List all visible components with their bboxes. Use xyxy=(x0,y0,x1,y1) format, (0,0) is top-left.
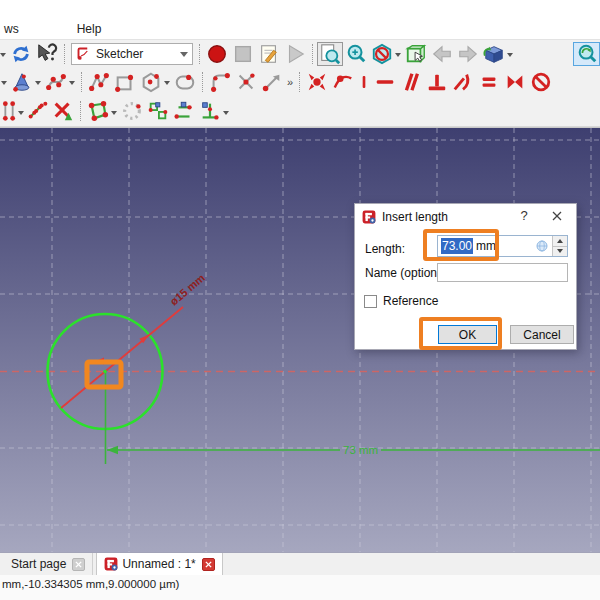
trim-tool-icon[interactable] xyxy=(233,70,259,94)
menu-windows-partial[interactable]: ws xyxy=(0,20,27,38)
menu-help[interactable]: Help xyxy=(69,20,110,38)
constraint-parallel-icon[interactable] xyxy=(398,70,424,94)
constraint-vertical-icon[interactable] xyxy=(356,70,372,94)
ok-button[interactable]: OK xyxy=(438,325,497,344)
name-input[interactable] xyxy=(437,263,568,282)
move-dropdown-icon[interactable] xyxy=(223,111,229,118)
dialog-close-button[interactable] xyxy=(548,208,566,224)
freecad-icon xyxy=(362,210,376,224)
conics-dropdown-icon[interactable] xyxy=(35,81,41,88)
spin-down-icon[interactable] xyxy=(553,246,567,257)
polygon-dropdown-icon[interactable] xyxy=(164,81,170,88)
bspline-icon[interactable] xyxy=(43,70,69,94)
toolbar-separator xyxy=(199,44,200,64)
view-dropdown-icon[interactable] xyxy=(507,53,513,60)
insert-length-dialog: Insert length ? Length: 73.00 mm Name (o… xyxy=(354,203,577,350)
window-titlebar xyxy=(0,0,600,18)
toolbar-separator xyxy=(202,72,203,92)
polyline-icon[interactable] xyxy=(86,70,112,94)
geometry-dropdown-icon[interactable] xyxy=(1,81,7,88)
constraint-perpendicular-icon[interactable] xyxy=(424,70,450,94)
select-elements-dropdown-icon[interactable] xyxy=(111,111,117,118)
constraint-horizontal-icon[interactable] xyxy=(372,70,398,94)
distance-dimension-label[interactable]: 73 mm xyxy=(343,444,378,456)
length-unit: mm xyxy=(476,239,496,253)
length-value[interactable]: 73.00 xyxy=(441,238,473,254)
workbench-selector-label: Sketcher xyxy=(96,47,180,61)
toolbar-separator xyxy=(81,72,82,92)
circle-center-point[interactable] xyxy=(103,370,107,374)
length-input[interactable]: 73.00 mm xyxy=(437,235,568,257)
reference-checkbox[interactable] xyxy=(364,295,377,308)
toolbar-overflow-button[interactable]: » xyxy=(285,76,295,88)
zoom-fit-document-icon[interactable] xyxy=(317,42,343,66)
document-tabbar: Start page Unnamed : 1* xyxy=(0,552,600,575)
tab-close-icon[interactable] xyxy=(202,558,215,571)
box-selection-icon[interactable] xyxy=(403,42,429,66)
delete-constraints-icon[interactable] xyxy=(50,99,76,123)
macro-stop-icon[interactable] xyxy=(230,42,256,66)
tab-start-page[interactable]: Start page xyxy=(0,553,93,575)
macro-play-icon[interactable] xyxy=(282,42,308,66)
draw-style-dropdown-icon[interactable] xyxy=(395,53,401,60)
toolbar-separator xyxy=(80,101,81,121)
clone-tool-icon[interactable] xyxy=(145,99,171,123)
rectangle-tool-icon[interactable] xyxy=(112,70,138,94)
dialog-titlebar[interactable]: Insert length ? xyxy=(355,204,576,230)
statusbar: mm,-10.334305 mm,9.000000 µm) xyxy=(0,575,600,600)
select-elements-icon[interactable] xyxy=(85,99,111,123)
zoom-fit-all-icon[interactable] xyxy=(573,42,600,66)
zoom-in-icon[interactable] xyxy=(343,42,369,66)
reference-label: Reference xyxy=(383,294,438,308)
tab-unnamed-document[interactable]: Unnamed : 1* xyxy=(96,553,222,575)
toolbar-sketcher-geometries: » xyxy=(0,67,600,96)
tab-label: Start page xyxy=(11,557,66,571)
macro-record-icon[interactable] xyxy=(204,42,230,66)
constraint-point-on-object-icon[interactable] xyxy=(330,70,356,94)
conics-icon[interactable] xyxy=(9,70,35,94)
extend-tool-icon[interactable] xyxy=(259,70,285,94)
dialog-title: Insert length xyxy=(382,210,448,224)
nav-back-icon[interactable] xyxy=(429,42,455,66)
globe-icon xyxy=(536,240,548,252)
sketcher-workbench-icon xyxy=(76,46,91,61)
constraint-symmetric-icon[interactable] xyxy=(502,70,528,94)
refresh-icon[interactable] xyxy=(8,42,34,66)
draw-style-icon[interactable] xyxy=(369,42,395,66)
nav-forward-icon[interactable] xyxy=(455,42,481,66)
tab-label: Unnamed : 1* xyxy=(122,557,195,571)
lock-group-dropdown-icon[interactable] xyxy=(18,111,24,118)
constraint-distance-icon[interactable] xyxy=(26,99,50,123)
constraint-lock-group-icon[interactable] xyxy=(0,99,18,123)
bspline-dropdown-icon[interactable] xyxy=(69,81,75,88)
cancel-button[interactable]: Cancel xyxy=(510,325,574,344)
chevron-down-icon xyxy=(180,52,188,61)
toolbar-separator xyxy=(299,72,300,92)
toolbar-sketcher-tools xyxy=(0,96,600,127)
macro-edit-icon[interactable] xyxy=(256,42,282,66)
length-spinner[interactable] xyxy=(552,236,567,256)
close-icon xyxy=(552,211,562,221)
constraint-coincident-icon[interactable] xyxy=(304,70,330,94)
cursor-coordinates: mm,-10.334305 mm,9.000000 µm) xyxy=(2,578,179,590)
toolbar-standard: Sketcher xyxy=(0,39,600,67)
fillet-tool-icon[interactable] xyxy=(207,70,233,94)
polygon-tool-icon[interactable] xyxy=(138,70,164,94)
show-hide-constraints-icon[interactable] xyxy=(119,99,145,123)
slot-tool-icon[interactable] xyxy=(172,70,198,94)
menubar: ws Help xyxy=(0,18,600,39)
tab-close-icon[interactable] xyxy=(72,558,85,571)
constraint-equal-icon[interactable] xyxy=(476,70,502,94)
constraint-block-icon[interactable] xyxy=(528,70,554,94)
view-isometric-icon[interactable] xyxy=(481,42,507,66)
spin-up-icon[interactable] xyxy=(553,236,567,246)
overflow-chevron-icon[interactable] xyxy=(0,53,6,60)
toolbar-separator xyxy=(64,44,65,64)
whats-this-icon[interactable] xyxy=(34,42,60,66)
dialog-help-button[interactable]: ? xyxy=(516,208,532,224)
constraint-tangent-icon[interactable] xyxy=(450,70,476,94)
copy-tool-icon[interactable] xyxy=(171,99,197,123)
move-tool-icon[interactable] xyxy=(197,99,223,123)
workbench-selector[interactable]: Sketcher xyxy=(71,43,193,65)
length-label: Length: xyxy=(365,242,405,256)
